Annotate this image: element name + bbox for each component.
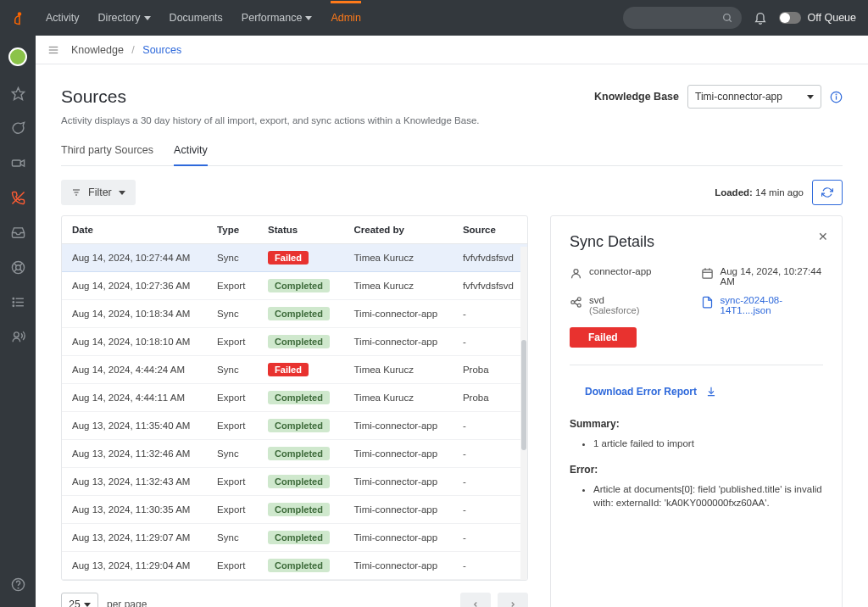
table-row[interactable]: Aug 14, 2024, 4:44:24 AMSyncFailedTimea … [62,356,527,384]
download-error-report-link[interactable]: Download Error Report [585,386,823,398]
status-badge: Completed [268,503,330,516]
table-row[interactable]: Aug 14, 2024, 4:44:11 AMExportCompletedT… [62,384,527,412]
nav-items: ActivityDirectoryDocumentsPerformanceAdm… [46,12,361,24]
table-row[interactable]: Aug 13, 2024, 11:29:07 AMSyncCompletedTi… [62,524,527,552]
col-type: Type [207,216,258,244]
tab-activity[interactable]: Activity [174,144,208,166]
breadcrumb-bar: Knowledge / Sources [36,36,868,64]
page-title: Sources [61,86,126,107]
nav-directory[interactable]: Directory [98,12,151,24]
svg-point-38 [577,304,581,307]
svg-point-37 [577,298,581,301]
calendar-icon [701,267,714,280]
search-input[interactable] [623,7,742,29]
table-row[interactable]: Aug 14, 2024, 10:18:34 AMSyncCompletedTi… [62,300,527,328]
table-row[interactable]: Aug 14, 2024, 10:27:36 AMExportCompleted… [62,272,527,300]
status-badge: Failed [268,363,309,376]
kb-select[interactable]: Timi-connector-app [687,85,821,109]
svg-point-18 [13,305,14,306]
nav-activity[interactable]: Activity [46,12,80,24]
broadcast-icon[interactable] [11,330,25,344]
svg-point-1 [723,14,730,20]
chat-icon[interactable] [11,121,25,136]
bell-icon[interactable] [754,11,767,25]
refresh-button[interactable] [812,180,843,205]
details-title: Sync Details [570,233,823,251]
table-row[interactable]: Aug 14, 2024, 10:27:44 AMSyncFailedTimea… [62,244,527,272]
svg-point-8 [15,265,20,270]
main: Knowledge / Sources Sources Knowledge Ba… [36,36,868,607]
nav-performance[interactable]: Performance [242,12,313,24]
status-badge: Failed [268,251,309,265]
chevron-down-icon [807,95,814,99]
table-row[interactable]: Aug 13, 2024, 11:30:35 AMExportCompleted… [62,496,527,524]
svg-line-2 [729,19,732,22]
svg-line-12 [19,270,22,272]
col-created-by: Created by [343,216,452,244]
refresh-icon [821,187,833,198]
prev-page-button[interactable] [460,593,491,607]
inbox-icon[interactable] [11,226,25,240]
col-date: Date [62,216,207,244]
svg-line-9 [14,264,16,266]
svg-marker-5 [20,160,24,166]
svg-line-40 [575,303,578,305]
phone-disabled-icon[interactable] [11,191,25,205]
queue-toggle[interactable] [779,12,801,24]
close-icon[interactable]: ✕ [818,230,828,243]
tab-third-party-sources[interactable]: Third party Sources [61,144,153,165]
video-icon[interactable] [11,156,25,170]
loaded-indicator: Loaded: 14 min ago [715,187,804,198]
status-badge: Completed [268,279,330,292]
summary-label: Summary: [570,418,823,430]
star-icon[interactable] [11,86,25,101]
app-logo-icon [12,10,27,25]
per-page-select[interactable]: 25 [61,593,98,607]
details-source: svd (Salesforce) [570,295,693,315]
summary-list: 1 article failed to import [570,437,823,450]
info-icon[interactable] [830,91,843,103]
page-description: Activity displays a 30 day history of al… [61,115,843,125]
error-list: Article at documents[0]: field 'publishe… [570,482,823,510]
table-scrollbar[interactable] [520,247,527,580]
svg-point-19 [14,332,19,337]
top-nav: ActivityDirectoryDocumentsPerformanceAdm… [0,0,868,36]
download-icon [705,386,717,398]
table-row[interactable]: Aug 13, 2024, 11:32:43 AMExportCompleted… [62,468,527,496]
table-row[interactable]: Aug 13, 2024, 11:29:04 AMExportCompleted… [62,552,527,580]
search-icon [722,13,733,24]
breadcrumb: Knowledge / Sources [71,44,181,56]
svg-line-11 [14,270,16,272]
svg-point-27 [836,94,837,95]
status-badge: Completed [268,531,330,544]
lifebuoy-icon[interactable] [11,260,25,275]
table-row[interactable]: Aug 14, 2024, 10:18:10 AMExportCompleted… [62,328,527,356]
table-row[interactable]: Aug 13, 2024, 11:32:46 AMSyncCompletedTi… [62,440,527,468]
breadcrumb-root[interactable]: Knowledge [71,44,124,56]
svg-rect-4 [12,160,20,166]
chevron-down-icon [144,16,151,20]
chevron-down-icon [119,191,125,195]
svg-line-10 [19,264,22,266]
list-icon[interactable] [11,295,25,309]
filter-button[interactable]: Filter [61,180,136,205]
next-page-button[interactable] [498,593,528,607]
nav-admin[interactable]: Admin [331,12,360,24]
tabs: Third party SourcesActivity [61,144,843,166]
hamburger-icon[interactable] [47,44,59,56]
breadcrumb-current[interactable]: Sources [142,44,181,56]
nav-documents[interactable]: Documents [170,12,223,24]
status-badge: Failed [570,327,637,348]
col-status: Status [258,216,343,244]
chevron-down-icon [84,603,91,607]
col-source: Source [453,216,527,244]
svg-point-7 [12,261,24,273]
help-icon[interactable] [11,577,25,592]
error-label: Error: [570,464,823,476]
user-avatar[interactable] [8,47,27,66]
status-badge: Completed [268,391,330,404]
svg-point-16 [13,298,14,299]
table-row[interactable]: Aug 13, 2024, 11:35:40 AMExportCompleted… [62,412,527,440]
details-file[interactable]: sync-2024-08-14T1....json [701,295,824,315]
user-icon [570,267,582,280]
